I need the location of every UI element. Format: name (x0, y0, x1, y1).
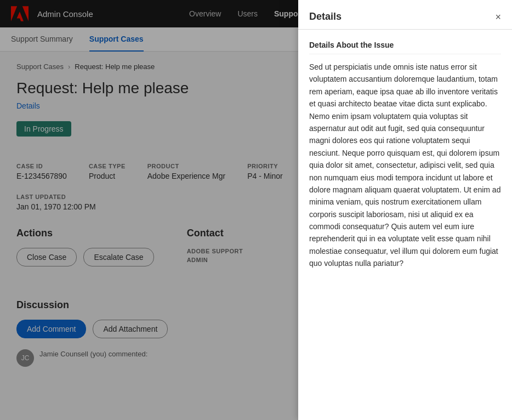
details-panel: Details × Details About the Issue Sed ut… (298, 0, 512, 384)
panel-body-text: Sed ut perspiciatis unde omnis iste natu… (309, 61, 501, 270)
panel-header: Details × (298, 0, 512, 30)
panel-body: Details About the Issue Sed ut perspicia… (298, 30, 512, 384)
panel-close-button[interactable]: × (495, 12, 501, 22)
panel-title: Details (309, 11, 342, 22)
panel-section-title: Details About the Issue (309, 41, 501, 54)
